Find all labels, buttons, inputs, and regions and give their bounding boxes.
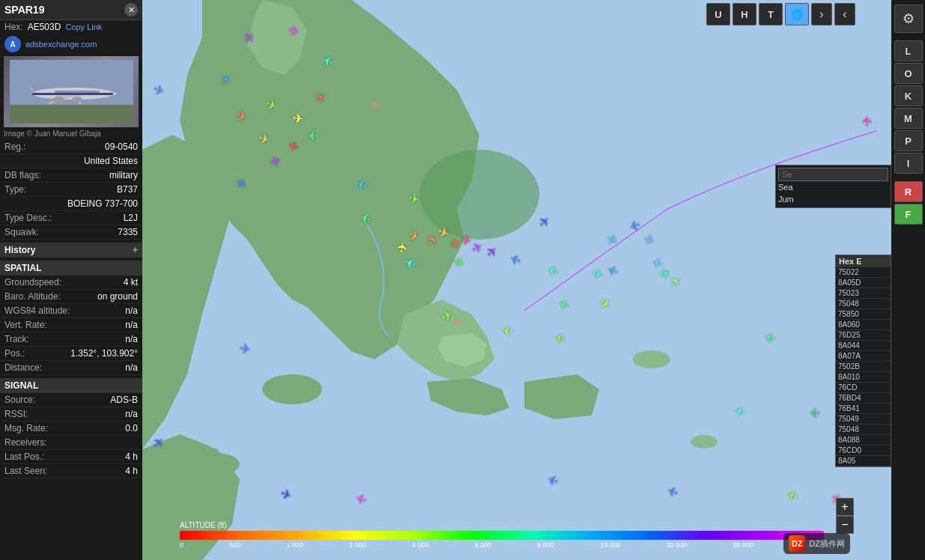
hex-item-17[interactable]: 76CD0 — [836, 445, 891, 456]
search-row[interactable]: Sea — [778, 181, 888, 193]
hex-items-list: 750228A05D7502375048758508A06076D258A044… — [836, 267, 891, 466]
map-area[interactable]: ✈✈✈✈✈✈✈✈✈✈✈✈✈✈✈✈✈✈✈✈✈✈✈✈✈✈✈✈✈✈✈✈✈✈✈✈✈✈✈✈… — [142, 0, 891, 560]
hex-item-7[interactable]: 8A044 — [836, 341, 891, 351]
lastpos-value: 4 h — [125, 451, 138, 462]
hex-item-18[interactable]: 8A05 — [836, 456, 891, 466]
dz-text: DZ插件网 — [809, 538, 845, 550]
hex-item-0[interactable]: 75022 — [836, 267, 891, 278]
hex-item-11[interactable]: 76CD — [836, 383, 891, 393]
zoom-out-button[interactable]: − — [836, 516, 854, 534]
msgrate-row: Msg. Rate: 0.0 — [1, 421, 141, 436]
map-top-buttons: U H T 🌐 › ‹ — [706, 3, 855, 25]
svg-point-11 — [633, 350, 670, 368]
map-btn-t[interactable]: T — [759, 3, 783, 25]
hex-panel-header: Hex E — [836, 255, 891, 267]
alt-tick-500: 500 — [229, 541, 240, 549]
dbflags-value: military — [109, 170, 138, 180]
map-btn-globe[interactable]: 🌐 — [785, 3, 809, 25]
hex-item-16[interactable]: 8A088 — [836, 435, 891, 445]
hex-item-10[interactable]: 8A010 — [836, 372, 891, 383]
toolbar-r[interactable]: R — [894, 181, 923, 202]
toolbar-p[interactable]: P — [894, 130, 923, 151]
hex-item-5[interactable]: 8A060 — [836, 320, 891, 330]
left-panel: SPAR19 ✕ Hex: AE503D Copy Link A adsbexc… — [0, 0, 142, 560]
hex-item-9[interactable]: 7502B — [836, 362, 891, 372]
aircraft-image-container — [4, 56, 139, 127]
hex-item-14[interactable]: 75049 — [836, 414, 891, 424]
hex-item-12[interactable]: 76BD4 — [836, 393, 891, 404]
squawk-label: Squawk: — [4, 227, 39, 237]
hex-item-4[interactable]: 75850 — [836, 309, 891, 320]
alt-tick-0: 0 — [180, 541, 184, 549]
hex-item-1[interactable]: 8A05D — [836, 278, 891, 288]
svg-point-6 — [72, 97, 82, 103]
history-header: History + — [0, 243, 142, 258]
svg-point-14 — [453, 318, 461, 326]
map-btn-u[interactable]: U — [706, 3, 730, 25]
alt-tick-10000: 10 000 — [600, 541, 621, 549]
toolbar-l[interactable]: L — [894, 40, 923, 61]
hex-item-2[interactable]: 75023 — [836, 288, 891, 299]
source-domain[interactable]: adsbexchange.com — [25, 40, 97, 49]
altitude-color-bar — [180, 531, 824, 540]
alt-tick-30000: 30 000 — [733, 541, 753, 549]
pos-value: 1.352°, 103.902° — [70, 348, 138, 359]
svg-point-13 — [371, 102, 377, 108]
rssi-value: n/a — [125, 409, 138, 419]
close-button[interactable]: ✕ — [124, 3, 138, 16]
hex-panel: Hex E 750228A05D7502375048758508A06076D2… — [835, 255, 891, 467]
gear-button[interactable]: ⚙ — [894, 4, 923, 33]
toolbar-i[interactable]: I — [894, 153, 923, 174]
history-plus[interactable]: + — [133, 245, 138, 255]
hex-item-15[interactable]: 75048 — [836, 424, 891, 435]
altitude-ticks: 0 500 1 000 2 000 4 000 6 000 8 000 10 0… — [180, 541, 824, 549]
reg-value: 09-0540 — [105, 141, 138, 152]
lastpos-row: Last Pos.: 4 h — [1, 450, 141, 464]
map-btn-arrow-left[interactable]: ‹ — [834, 3, 855, 25]
map-btn-h[interactable]: H — [733, 3, 756, 25]
search-panel: Sea Jum — [775, 165, 891, 208]
squawk-row: Squawk: 7335 — [1, 225, 141, 240]
map-btn-arrow-right[interactable]: › — [811, 3, 832, 25]
hex-item-6[interactable]: 76D25 — [836, 330, 891, 341]
toolbar-f[interactable]: F — [894, 204, 923, 225]
msgrate-value: 0.0 — [125, 423, 138, 433]
alt-tick-6000: 6 000 — [475, 541, 492, 549]
aircraft-svg — [10, 60, 133, 124]
spatial-table: Groundspeed: 4 kt Baro. Altitude: on gro… — [0, 276, 142, 375]
svg-rect-1 — [10, 105, 133, 124]
svg-point-5 — [52, 97, 64, 103]
toolbar-k[interactable]: K — [894, 85, 923, 106]
msgrate-label: Msg. Rate: — [4, 423, 48, 433]
svg-point-12 — [691, 435, 718, 448]
lastseen-value: 4 h — [125, 466, 138, 476]
hex-item-8[interactable]: 8A07A — [836, 351, 891, 362]
distance-label: Distance: — [4, 362, 42, 373]
dbflags-label: DB flags: — [4, 170, 41, 180]
spatial-label: SPATIAL — [4, 263, 42, 273]
signal-table: Source: ADS-B RSSI: n/a Msg. Rate: 0.0 R… — [0, 393, 142, 478]
distance-value: n/a — [125, 362, 138, 373]
hex-item-13[interactable]: 76B41 — [836, 404, 891, 414]
zoom-in-button[interactable]: + — [836, 498, 854, 516]
typedesc-value: L2J — [124, 213, 138, 223]
alt-tick-8000: 8 000 — [537, 541, 554, 549]
wgsalt-value: n/a — [125, 305, 138, 316]
reg-row: Reg.: 09-0540 — [1, 140, 141, 154]
baroalt-label: Baro. Altitude: — [4, 291, 61, 302]
lastpos-label: Last Pos.: — [4, 451, 44, 462]
copy-link[interactable]: Copy Link — [65, 22, 102, 31]
search-input[interactable] — [778, 168, 888, 181]
dbflags-row: DB flags: military — [1, 168, 141, 183]
hex-item-3[interactable]: 75048 — [836, 299, 891, 309]
alt-tick-2000: 2 000 — [349, 541, 366, 549]
vertrate-value: n/a — [125, 320, 138, 330]
receivers-row: Receivers: — [1, 436, 141, 450]
toolbar-o[interactable]: O — [894, 63, 923, 84]
toolbar-m[interactable]: M — [894, 108, 923, 129]
right-toolbar: ⚙ L O K M P I R F — [891, 0, 925, 560]
altitude-legend: ALTITUDE (ft) 0 500 1 000 2 000 4 000 6 … — [180, 521, 854, 549]
groundspeed-row: Groundspeed: 4 kt — [1, 276, 141, 290]
altitude-label: ALTITUDE (ft) — [180, 521, 227, 529]
jump-row[interactable]: Jum — [778, 193, 888, 205]
